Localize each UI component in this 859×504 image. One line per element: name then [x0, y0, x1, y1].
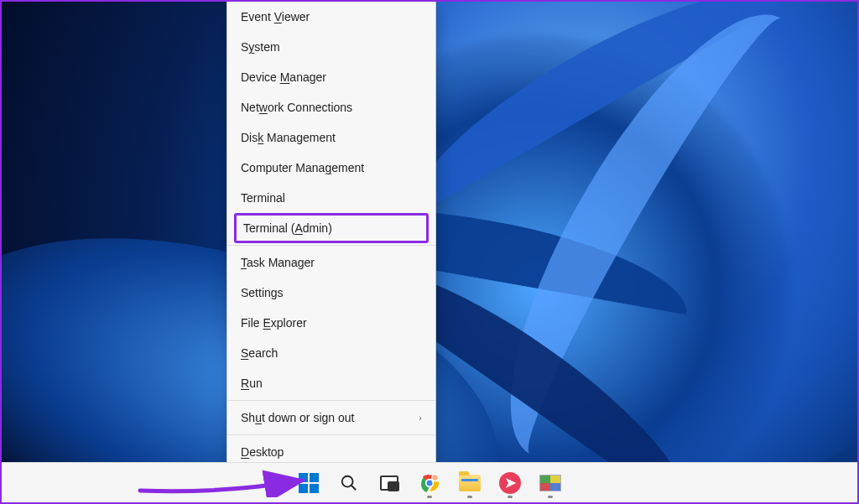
menu-item-label: Terminal (Admin) [243, 221, 332, 235]
desktop-wallpaper: Event ViewerSystemDevice ManagerNetwork … [2, 2, 857, 462]
menu-item-label: Settings [241, 286, 284, 299]
menu-separator [227, 434, 435, 435]
menu-item-label: Task Manager [241, 256, 315, 269]
running-indicator [548, 496, 553, 498]
menu-item-label: File Explorer [241, 316, 307, 330]
menu-item-network-connections[interactable]: Network Connections [227, 92, 435, 122]
magnifier-icon [340, 474, 358, 492]
running-indicator [508, 496, 513, 498]
menu-item-settings[interactable]: Settings [227, 278, 435, 308]
menu-item-label: Desktop [241, 445, 284, 459]
menu-separator [227, 400, 435, 401]
menu-item-file-explorer[interactable]: File Explorer [227, 308, 435, 338]
chrome-glyph [419, 472, 440, 494]
windows-logo-icon [299, 473, 319, 493]
start-button[interactable] [292, 466, 325, 500]
menu-item-system[interactable]: System [227, 32, 435, 62]
menu-item-task-manager[interactable]: Task Manager [227, 247, 435, 278]
menu-item-label: Terminal [241, 191, 285, 205]
task-view-icon[interactable] [372, 466, 406, 500]
menu-item-terminal-admin[interactable]: Terminal (Admin) [234, 213, 429, 243]
menu-item-shutdown[interactable]: Shut down or sign out› [227, 403, 435, 433]
menu-item-label: Event Viewer [241, 10, 310, 23]
menu-item-label: Computer Management [241, 161, 364, 174]
task-view-glyph [380, 475, 398, 491]
menu-item-label: Device Manager [241, 70, 326, 84]
menu-item-desktop[interactable]: Desktop [227, 437, 435, 462]
menu-separator [227, 245, 435, 246]
control-panel-icon[interactable] [534, 466, 567, 500]
search-icon[interactable] [332, 466, 366, 500]
running-indicator [467, 496, 472, 498]
menu-item-label: Search [241, 346, 278, 360]
menu-item-event-viewer[interactable]: Event Viewer [227, 2, 435, 32]
svg-point-0 [342, 475, 353, 486]
menu-item-terminal[interactable]: Terminal [227, 183, 435, 213]
control-panel-glyph [539, 475, 561, 491]
share-app-icon[interactable]: ➤ [493, 466, 527, 500]
folder-glyph [459, 475, 481, 491]
menu-item-disk-management[interactable]: Disk Management [227, 122, 435, 153]
menu-item-label: Network Connections [241, 101, 352, 114]
menu-item-label: System [241, 40, 280, 54]
file-explorer-icon[interactable] [453, 466, 487, 500]
running-indicator [427, 496, 432, 498]
winx-context-menu: Event ViewerSystemDevice ManagerNetwork … [226, 2, 436, 462]
menu-item-computer-management[interactable]: Computer Management [227, 153, 435, 183]
menu-item-run[interactable]: Run [227, 368, 435, 398]
share-glyph: ➤ [499, 472, 521, 494]
taskbar: ➤ [2, 462, 857, 502]
menu-item-label: Run [241, 377, 263, 390]
chevron-right-icon: › [419, 413, 422, 423]
menu-item-device-manager[interactable]: Device Manager [227, 62, 435, 92]
menu-item-label: Disk Management [241, 131, 336, 144]
menu-item-label: Shut down or sign out [241, 411, 354, 424]
svg-line-1 [351, 485, 357, 490]
menu-item-search[interactable]: Search [227, 338, 435, 368]
chrome-icon[interactable] [413, 466, 446, 500]
svg-point-5 [432, 474, 439, 481]
